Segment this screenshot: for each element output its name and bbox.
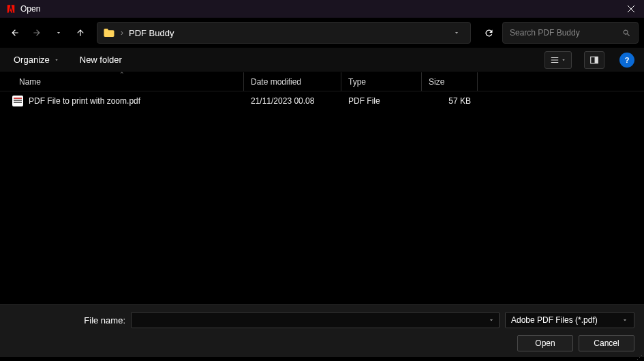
window-title: Open: [20, 4, 40, 14]
chevron-down-icon: [54, 57, 59, 63]
search-icon: [622, 29, 631, 38]
breadcrumb-separator-icon: ›: [121, 28, 123, 38]
chevron-down-icon: [55, 29, 62, 36]
up-button[interactable]: [71, 23, 90, 42]
pdf-file-icon: [12, 96, 23, 106]
arrow-left-icon: [10, 28, 20, 38]
folder-icon: [103, 27, 115, 38]
column-headers: Name ⌃ Date modified Type Size: [0, 72, 644, 91]
close-button[interactable]: [621, 0, 641, 18]
file-date-cell: 21/11/2023 00.08: [244, 96, 341, 106]
new-folder-button[interactable]: New folder: [76, 52, 126, 68]
column-header-name[interactable]: Name ⌃: [0, 72, 244, 91]
svg-rect-1: [595, 57, 598, 63]
dialog-buttons: Open Cancel: [10, 335, 634, 351]
nav-bar: › PDF Buddy: [0, 18, 644, 48]
adobe-app-icon: [5, 3, 16, 14]
title-bar: Open: [0, 0, 644, 18]
address-bar[interactable]: › PDF Buddy: [97, 22, 471, 44]
preview-pane-button[interactable]: [584, 51, 604, 69]
chevron-down-icon: [622, 317, 628, 323]
chevron-down-icon: [561, 57, 566, 63]
refresh-icon: [484, 28, 494, 38]
filename-row: File name: Adobe PDF Files (*.pdf): [10, 312, 634, 328]
back-button[interactable]: [5, 23, 25, 42]
chevron-down-icon: [453, 29, 460, 36]
file-size-cell: 57 KB: [422, 96, 478, 106]
dialog-footer: File name: Adobe PDF Files (*.pdf) Open …: [0, 304, 644, 357]
view-mode-button[interactable]: [545, 51, 572, 69]
filename-dropdown-button[interactable]: [488, 317, 495, 323]
column-header-type[interactable]: Type: [341, 72, 422, 91]
search-box[interactable]: [502, 22, 639, 44]
help-icon: ?: [625, 56, 630, 64]
toolbar: Organize New folder ?: [0, 48, 644, 72]
chevron-down-icon: [488, 317, 495, 323]
file-row[interactable]: PDF File to print with zoom.pdf 21/11/20…: [0, 91, 644, 111]
list-view-icon: [550, 55, 559, 65]
organize-button[interactable]: Organize: [10, 52, 63, 68]
arrow-right-icon: [32, 28, 42, 38]
close-icon: [627, 5, 635, 13]
cancel-button[interactable]: Cancel: [579, 335, 634, 351]
sort-indicator-icon: ⌃: [119, 71, 125, 78]
help-button[interactable]: ?: [619, 53, 634, 68]
file-type-cell: PDF File: [341, 96, 422, 106]
file-list[interactable]: PDF File to print with zoom.pdf 21/11/20…: [0, 91, 644, 304]
refresh-button[interactable]: [478, 22, 500, 44]
arrow-up-icon: [76, 28, 85, 38]
address-dropdown-button[interactable]: [448, 25, 465, 41]
preview-pane-icon: [589, 55, 599, 65]
resize-grip[interactable]: ⋰: [637, 356, 643, 360]
forward-button[interactable]: [27, 23, 46, 42]
column-header-size[interactable]: Size: [422, 72, 478, 91]
breadcrumb[interactable]: PDF Buddy: [129, 28, 174, 38]
recent-locations-button[interactable]: [49, 23, 68, 42]
file-type-filter[interactable]: Adobe PDF Files (*.pdf): [505, 312, 634, 328]
filename-combobox[interactable]: [131, 312, 500, 328]
file-name-cell: PDF File to print with zoom.pdf: [0, 96, 244, 106]
open-button[interactable]: Open: [517, 335, 573, 351]
filename-input[interactable]: [136, 315, 488, 325]
filename-label: File name:: [10, 315, 125, 326]
column-header-date[interactable]: Date modified: [244, 72, 341, 91]
search-input[interactable]: [510, 28, 617, 38]
